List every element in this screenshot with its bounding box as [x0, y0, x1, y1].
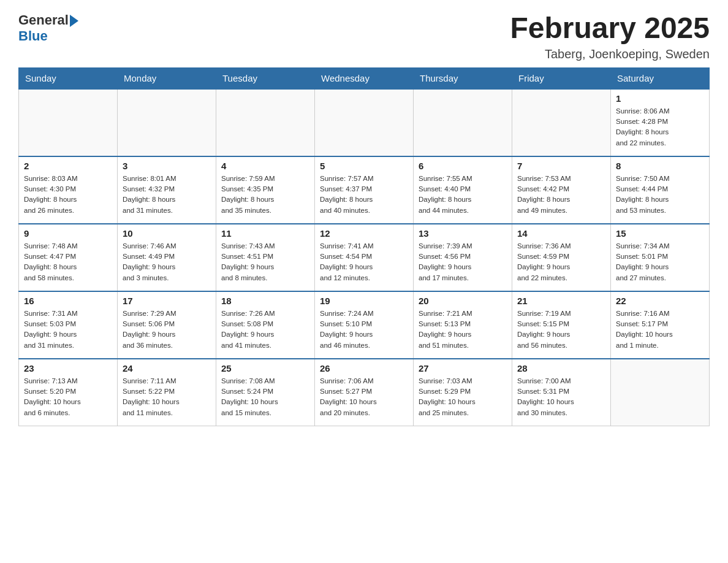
day-info: Sunrise: 7:06 AM Sunset: 5:27 PM Dayligh…: [320, 376, 408, 418]
calendar-cell: 23Sunrise: 7:13 AM Sunset: 5:20 PM Dayli…: [19, 359, 118, 426]
calendar-cell: 17Sunrise: 7:29 AM Sunset: 5:06 PM Dayli…: [118, 291, 216, 359]
day-info: Sunrise: 8:06 AM Sunset: 4:28 PM Dayligh…: [616, 106, 704, 148]
day-info: Sunrise: 7:48 AM Sunset: 4:47 PM Dayligh…: [24, 241, 112, 283]
day-number: 22: [616, 296, 704, 306]
day-info: Sunrise: 8:03 AM Sunset: 4:30 PM Dayligh…: [24, 174, 112, 216]
day-info: Sunrise: 7:11 AM Sunset: 5:22 PM Dayligh…: [123, 376, 211, 418]
day-info: Sunrise: 7:03 AM Sunset: 5:29 PM Dayligh…: [419, 376, 507, 418]
logo-text-blue: Blue: [18, 28, 78, 44]
calendar-cell: 5Sunrise: 7:57 AM Sunset: 4:37 PM Daylig…: [315, 156, 414, 224]
day-info: Sunrise: 7:39 AM Sunset: 4:56 PM Dayligh…: [419, 241, 507, 283]
day-number: 9: [24, 228, 112, 239]
day-info: Sunrise: 7:08 AM Sunset: 5:24 PM Dayligh…: [221, 376, 309, 418]
logo-text-general: General: [18, 12, 69, 28]
day-number: 23: [24, 363, 112, 373]
calendar-cell: 8Sunrise: 7:50 AM Sunset: 4:44 PM Daylig…: [611, 156, 710, 224]
calendar-cell: 14Sunrise: 7:36 AM Sunset: 4:59 PM Dayli…: [512, 224, 611, 291]
calendar-cell: 2Sunrise: 8:03 AM Sunset: 4:30 PM Daylig…: [19, 156, 118, 224]
calendar-cell: 12Sunrise: 7:41 AM Sunset: 4:54 PM Dayli…: [315, 224, 414, 291]
day-number: 1: [616, 93, 704, 104]
calendar-cell: 4Sunrise: 7:59 AM Sunset: 4:35 PM Daylig…: [216, 156, 315, 224]
calendar-header-row: SundayMondayTuesdayWednesdayThursdayFrid…: [19, 67, 710, 89]
day-number: 8: [616, 161, 704, 171]
day-number: 19: [320, 296, 408, 306]
calendar-cell: 28Sunrise: 7:00 AM Sunset: 5:31 PM Dayli…: [512, 359, 611, 426]
calendar-cell: [216, 89, 315, 156]
day-info: Sunrise: 7:19 AM Sunset: 5:15 PM Dayligh…: [517, 308, 605, 351]
day-number: 11: [221, 228, 309, 239]
day-number: 12: [320, 228, 408, 239]
day-number: 28: [517, 363, 605, 373]
calendar-cell: [611, 359, 710, 426]
calendar-cell: 9Sunrise: 7:48 AM Sunset: 4:47 PM Daylig…: [19, 224, 118, 291]
day-info: Sunrise: 7:24 AM Sunset: 5:10 PM Dayligh…: [320, 308, 408, 351]
calendar-cell: 11Sunrise: 7:43 AM Sunset: 4:51 PM Dayli…: [216, 224, 315, 291]
day-info: Sunrise: 7:31 AM Sunset: 5:03 PM Dayligh…: [24, 308, 112, 351]
calendar-cell: 3Sunrise: 8:01 AM Sunset: 4:32 PM Daylig…: [118, 156, 216, 224]
week-row-4: 16Sunrise: 7:31 AM Sunset: 5:03 PM Dayli…: [19, 291, 710, 359]
calendar-cell: 21Sunrise: 7:19 AM Sunset: 5:15 PM Dayli…: [512, 291, 611, 359]
day-info: Sunrise: 7:53 AM Sunset: 4:42 PM Dayligh…: [517, 174, 605, 216]
day-info: Sunrise: 7:26 AM Sunset: 5:08 PM Dayligh…: [221, 308, 309, 351]
calendar-cell: [118, 89, 216, 156]
column-header-saturday: Saturday: [611, 67, 710, 89]
day-info: Sunrise: 7:57 AM Sunset: 4:37 PM Dayligh…: [320, 174, 408, 216]
week-row-3: 9Sunrise: 7:48 AM Sunset: 4:47 PM Daylig…: [19, 224, 710, 291]
calendar-cell: 25Sunrise: 7:08 AM Sunset: 5:24 PM Dayli…: [216, 359, 315, 426]
day-number: 26: [320, 363, 408, 373]
day-number: 27: [419, 363, 507, 373]
calendar-cell: 20Sunrise: 7:21 AM Sunset: 5:13 PM Dayli…: [414, 291, 512, 359]
day-number: 21: [517, 296, 605, 306]
day-number: 10: [123, 228, 211, 239]
calendar-cell: 7Sunrise: 7:53 AM Sunset: 4:42 PM Daylig…: [512, 156, 611, 224]
day-number: 15: [616, 228, 704, 239]
column-header-friday: Friday: [512, 67, 611, 89]
calendar-cell: [512, 89, 611, 156]
calendar-cell: 19Sunrise: 7:24 AM Sunset: 5:10 PM Dayli…: [315, 291, 414, 359]
calendar-cell: [19, 89, 118, 156]
column-header-thursday: Thursday: [414, 67, 512, 89]
day-number: 16: [24, 296, 112, 306]
calendar-cell: 13Sunrise: 7:39 AM Sunset: 4:56 PM Dayli…: [414, 224, 512, 291]
calendar-cell: 22Sunrise: 7:16 AM Sunset: 5:17 PM Dayli…: [611, 291, 710, 359]
day-number: 5: [320, 161, 408, 171]
day-number: 4: [221, 161, 309, 171]
day-info: Sunrise: 7:36 AM Sunset: 4:59 PM Dayligh…: [517, 241, 605, 283]
day-info: Sunrise: 7:29 AM Sunset: 5:06 PM Dayligh…: [123, 308, 211, 351]
day-info: Sunrise: 7:21 AM Sunset: 5:13 PM Dayligh…: [419, 308, 507, 351]
day-number: 18: [221, 296, 309, 306]
column-header-monday: Monday: [118, 67, 216, 89]
day-info: Sunrise: 7:00 AM Sunset: 5:31 PM Dayligh…: [517, 376, 605, 418]
logo-triangle-icon: [70, 15, 78, 27]
calendar-cell: 24Sunrise: 7:11 AM Sunset: 5:22 PM Dayli…: [118, 359, 216, 426]
day-info: Sunrise: 7:16 AM Sunset: 5:17 PM Dayligh…: [616, 308, 704, 351]
day-number: 13: [419, 228, 507, 239]
week-row-2: 2Sunrise: 8:03 AM Sunset: 4:30 PM Daylig…: [19, 156, 710, 224]
day-info: Sunrise: 7:55 AM Sunset: 4:40 PM Dayligh…: [419, 174, 507, 216]
day-info: Sunrise: 7:13 AM Sunset: 5:20 PM Dayligh…: [24, 376, 112, 418]
day-info: Sunrise: 7:43 AM Sunset: 4:51 PM Dayligh…: [221, 241, 309, 283]
day-info: Sunrise: 7:50 AM Sunset: 4:44 PM Dayligh…: [616, 174, 704, 216]
calendar-subtitle: Taberg, Joenkoeping, Sweden: [510, 47, 710, 61]
calendar-cell: 16Sunrise: 7:31 AM Sunset: 5:03 PM Dayli…: [19, 291, 118, 359]
calendar-cell: 15Sunrise: 7:34 AM Sunset: 5:01 PM Dayli…: [611, 224, 710, 291]
day-number: 6: [419, 161, 507, 171]
day-number: 17: [123, 296, 211, 306]
column-header-tuesday: Tuesday: [216, 67, 315, 89]
day-number: 25: [221, 363, 309, 373]
title-block: February 2025 Taberg, Joenkoeping, Swede…: [510, 12, 710, 61]
calendar-table: SundayMondayTuesdayWednesdayThursdayFrid…: [18, 67, 710, 427]
column-header-sunday: Sunday: [19, 67, 118, 89]
calendar-cell: [414, 89, 512, 156]
calendar-cell: 18Sunrise: 7:26 AM Sunset: 5:08 PM Dayli…: [216, 291, 315, 359]
column-header-wednesday: Wednesday: [315, 67, 414, 89]
calendar-cell: 1Sunrise: 8:06 AM Sunset: 4:28 PM Daylig…: [611, 89, 710, 156]
calendar-cell: [315, 89, 414, 156]
day-info: Sunrise: 8:01 AM Sunset: 4:32 PM Dayligh…: [123, 174, 211, 216]
week-row-5: 23Sunrise: 7:13 AM Sunset: 5:20 PM Dayli…: [19, 359, 710, 426]
day-number: 14: [517, 228, 605, 239]
calendar-cell: 26Sunrise: 7:06 AM Sunset: 5:27 PM Dayli…: [315, 359, 414, 426]
day-number: 24: [123, 363, 211, 373]
day-number: 3: [123, 161, 211, 171]
day-info: Sunrise: 7:46 AM Sunset: 4:49 PM Dayligh…: [123, 241, 211, 283]
